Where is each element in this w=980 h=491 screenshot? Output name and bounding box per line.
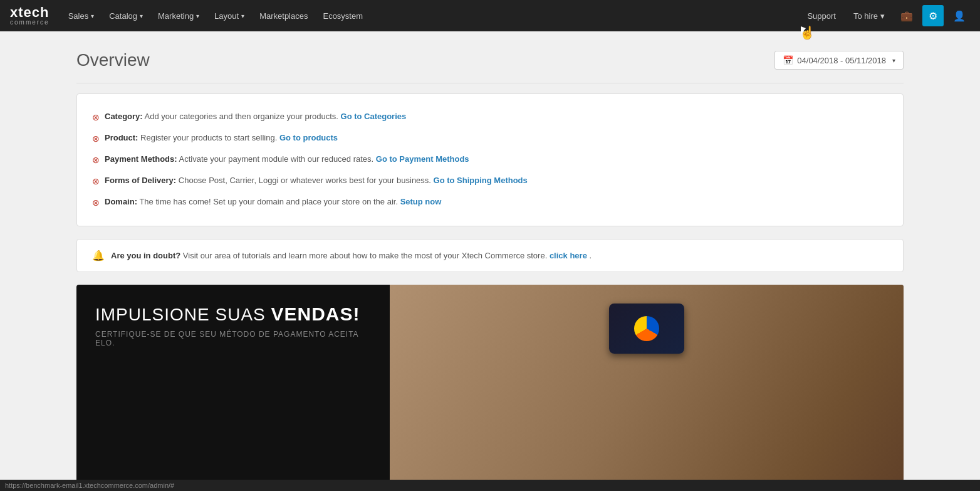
notice-label-delivery: Forms of Delivery: bbox=[105, 176, 176, 185]
nav-item-ecosystem[interactable]: Ecosystem bbox=[316, 8, 369, 24]
sales-caret: ▾ bbox=[91, 13, 94, 19]
info-card: 🔔 Are you in doubt? Visit our area of tu… bbox=[76, 239, 904, 272]
nav-item-catalog[interactable]: Catalog ▾ bbox=[103, 8, 149, 24]
warning-icon-payment: ⊗ bbox=[92, 154, 100, 167]
date-range-caret: ▾ bbox=[892, 57, 895, 64]
main-content: Overview 📅 04/04/2018 - 05/11/2018 ▾ ⊗ C… bbox=[51, 31, 929, 491]
gear-icon: ⚙ bbox=[929, 10, 937, 22]
nav-to-hire[interactable]: To hire ▾ bbox=[847, 8, 891, 24]
notice-row-delivery: ⊗ Forms of Delivery: Choose Post, Carrie… bbox=[92, 171, 888, 192]
briefcase-icon-btn[interactable]: 💼 bbox=[896, 5, 917, 26]
briefcase-icon: 💼 bbox=[900, 10, 913, 22]
nav-support[interactable]: Support bbox=[801, 8, 842, 24]
notice-label-product: Product: bbox=[105, 133, 138, 142]
notice-label-domain: Domain: bbox=[105, 197, 137, 206]
layout-caret: ▾ bbox=[241, 13, 244, 19]
banner-left-top: IMPULSIONE SUAS VENDAS! CERTIFIQUE-SE DE… bbox=[76, 285, 390, 491]
notice-action-delivery[interactable]: Go to Shipping Methods bbox=[434, 176, 528, 185]
banner-right-image: elc bbox=[390, 285, 904, 491]
user-icon-btn[interactable]: 👤 bbox=[949, 5, 970, 26]
notice-label-category: Category: bbox=[105, 112, 143, 121]
notice-text-payment: Activate your payment module with our re… bbox=[179, 154, 375, 164]
nav-item-layout[interactable]: Layout ▾ bbox=[208, 8, 251, 24]
notice-text-product: Register your products to start selling. bbox=[140, 133, 279, 142]
brand-logo[interactable]: xtech commerce bbox=[10, 6, 50, 26]
date-range-button[interactable]: 📅 04/04/2018 - 05/11/2018 ▾ bbox=[774, 51, 904, 70]
warning-icon-delivery: ⊗ bbox=[92, 175, 100, 188]
elo-card-icon bbox=[634, 316, 659, 341]
banner-subtitle: CERTIFIQUE-SE DE QUE SEU MÉTODO DE PAGAM… bbox=[95, 330, 371, 347]
notice-action-domain[interactable]: Setup now bbox=[400, 197, 442, 206]
notice-row-domain: ⊗ Domain: The time has come! Set up your… bbox=[92, 192, 888, 213]
notice-row-payment: ⊗ Payment Methods: Activate your payment… bbox=[92, 149, 888, 171]
warning-icon-domain: ⊗ bbox=[92, 196, 100, 209]
notice-row-product: ⊗ Product: Register your products to sta… bbox=[92, 128, 888, 149]
notice-action-product[interactable]: Go to products bbox=[279, 133, 338, 142]
page-title: Overview bbox=[76, 50, 150, 70]
notices-card: ⊗ Category: Add your categories and then… bbox=[76, 93, 904, 226]
notice-action-payment[interactable]: Go to Payment Methods bbox=[376, 154, 469, 164]
promo-banner: IMPULSIONE SUAS VENDAS! CERTIFIQUE-SE DE… bbox=[76, 285, 904, 491]
status-url: https://benchmark-email1.xtechcommerce.c… bbox=[5, 482, 174, 489]
banner-headline: IMPULSIONE SUAS VENDAS! bbox=[95, 304, 371, 325]
warning-icon-category: ⊗ bbox=[92, 111, 100, 124]
user-icon: 👤 bbox=[953, 10, 966, 22]
nav-item-sales[interactable]: Sales ▾ bbox=[62, 8, 101, 24]
top-navbar: xtech commerce Sales ▾ Catalog ▾ Marketi… bbox=[0, 0, 980, 31]
warning-icon-product: ⊗ bbox=[92, 132, 100, 145]
notice-label-payment: Payment Methods: bbox=[105, 154, 177, 164]
settings-icon-btn[interactable]: ⚙ bbox=[922, 5, 944, 26]
catalog-caret: ▾ bbox=[140, 13, 143, 19]
notice-text-domain: The time has come! Set up your domain an… bbox=[139, 197, 400, 206]
nav-item-marketplaces[interactable]: Marketplaces bbox=[253, 8, 314, 24]
notice-text-category: Add your categories and then organize yo… bbox=[145, 112, 341, 121]
notice-text-delivery: Choose Post, Carrier, Loggi or whatever … bbox=[179, 176, 434, 185]
bell-icon: 🔔 bbox=[92, 250, 105, 261]
brand-name: xtech commerce bbox=[10, 6, 50, 26]
page-header: Overview 📅 04/04/2018 - 05/11/2018 ▾ bbox=[76, 50, 904, 70]
date-range-value: 04/04/2018 - 05/11/2018 bbox=[797, 56, 886, 65]
notice-row-category: ⊗ Category: Add your categories and then… bbox=[92, 107, 888, 128]
status-bar: https://benchmark-email1.xtechcommerce.c… bbox=[0, 480, 980, 491]
nav-menu: Sales ▾ Catalog ▾ Marketing ▾ Layout ▾ M… bbox=[62, 8, 801, 24]
info-text: Visit our area of tutorials and learn mo… bbox=[183, 251, 550, 260]
nav-item-marketing[interactable]: Marketing ▾ bbox=[152, 8, 206, 24]
info-strong-text: Are you in doubt? bbox=[111, 251, 180, 260]
credit-card-visual bbox=[609, 304, 684, 354]
info-action-link[interactable]: click here bbox=[550, 251, 587, 260]
nav-right: Support To hire ▾ 💼 ⚙ 👤 bbox=[801, 5, 970, 26]
marketing-caret: ▾ bbox=[196, 13, 199, 19]
notice-action-category[interactable]: Go to Categories bbox=[341, 112, 407, 121]
to-hire-caret: ▾ bbox=[880, 11, 885, 21]
calendar-icon: 📅 bbox=[783, 55, 793, 65]
